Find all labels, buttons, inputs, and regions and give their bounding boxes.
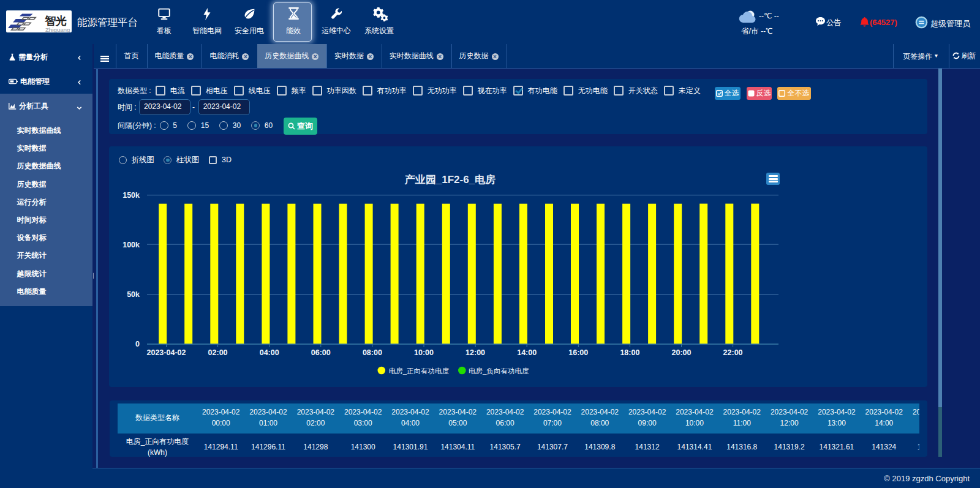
svg-text:16:00: 16:00 (568, 348, 588, 357)
svg-text:04:00: 04:00 (260, 348, 279, 357)
svg-text:02:00: 02:00 (208, 348, 228, 357)
svg-text:电房_正向有功电度: 电房_正向有功电度 (389, 367, 450, 375)
svg-text:10:00: 10:00 (414, 348, 434, 357)
svg-text:18:00: 18:00 (620, 348, 639, 357)
svg-text:100k: 100k (123, 241, 140, 249)
svg-text:0: 0 (135, 340, 140, 348)
svg-text:2023-04-02: 2023-04-02 (147, 348, 186, 357)
svg-text:智光: 智光 (44, 15, 67, 27)
svg-text:Zhiguang: Zhiguang (45, 26, 70, 33)
svg-text:电房_负向有功电度: 电房_负向有功电度 (469, 367, 529, 375)
svg-text:50k: 50k (127, 290, 140, 299)
svg-text:22:00: 22:00 (723, 348, 743, 357)
svg-text:150k: 150k (123, 191, 140, 200)
svg-text:06:00: 06:00 (311, 348, 331, 357)
svg-text:12:00: 12:00 (466, 348, 485, 357)
svg-text:14:00: 14:00 (517, 348, 537, 357)
svg-text:08:00: 08:00 (363, 348, 382, 357)
svg-text:20:00: 20:00 (672, 348, 692, 357)
